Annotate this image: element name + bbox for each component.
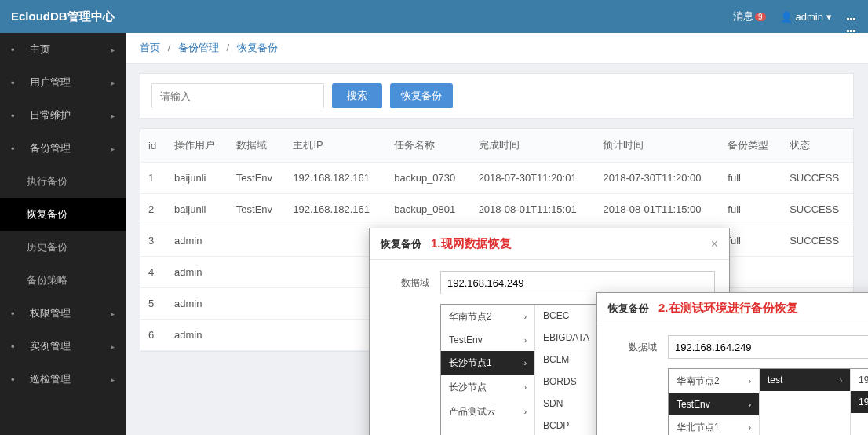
sidebar-item[interactable]: 恢复备份 xyxy=(0,198,126,231)
column-header: 完成时间 xyxy=(471,129,596,163)
table-row[interactable]: 1baijunliTestEnv192.168.182.161backup_07… xyxy=(140,163,853,194)
cell: SUCCESS xyxy=(782,225,853,257)
cell: 4 xyxy=(140,257,166,288)
cell: 6 xyxy=(140,320,166,351)
sidebar-item[interactable]: •备份管理 xyxy=(0,132,126,165)
close-icon[interactable]: × xyxy=(711,237,718,251)
domain-input[interactable] xyxy=(668,335,868,359)
table-row[interactable]: 2baijunliTestEnv192.168.182.161backup_08… xyxy=(140,194,853,225)
topbar: EcloudDB管理中心 消息9 👤 admin ▾ xyxy=(0,0,868,33)
chevron-right-icon: › xyxy=(749,400,751,409)
cell: TestEnv xyxy=(228,194,286,225)
chevron-right-icon: › xyxy=(749,423,751,432)
column-header: 操作用户 xyxy=(166,129,228,163)
cell xyxy=(228,320,286,351)
cell: 5 xyxy=(140,288,166,320)
sidebar-item-label: 备份策略 xyxy=(27,273,67,287)
toolbar: 搜索 恢复备份 xyxy=(140,73,854,119)
sidebar-item-label: 备份管理 xyxy=(30,141,71,155)
sidebar-item[interactable]: •实例管理 xyxy=(0,330,126,363)
sidebar-item[interactable]: •用户管理 xyxy=(0,66,126,99)
cell: baijunli xyxy=(166,194,228,225)
messages-badge: 9 xyxy=(755,13,766,21)
chevron-right-icon: › xyxy=(524,336,527,345)
cell: 2018-08-01T11:15:01 xyxy=(471,194,596,225)
breadcrumb-restore[interactable]: 恢复备份 xyxy=(237,42,278,53)
cell: 3 xyxy=(140,225,166,257)
main: 首页 / 备份管理 / 恢复备份 搜索 恢复备份 id操作用户数据域主机IP任务… xyxy=(126,33,868,435)
column-header: 备份类型 xyxy=(720,129,782,163)
sidebar-item[interactable]: 执行备份 xyxy=(0,165,126,198)
chevron-right-icon: › xyxy=(749,377,751,386)
cell xyxy=(228,288,286,320)
column-header: 主机IP xyxy=(285,129,386,163)
messages-link[interactable]: 消息9 xyxy=(733,9,766,24)
cascader-option[interactable]: 192.168.164.249 xyxy=(851,391,868,413)
sidebar-item[interactable]: •主页 xyxy=(0,33,126,66)
breadcrumb: 首页 / 备份管理 / 恢复备份 xyxy=(126,33,868,64)
cell: SUCCESS xyxy=(782,163,853,194)
cell: full xyxy=(720,194,782,225)
cell: 2018-08-01T11:15:00 xyxy=(595,194,720,225)
chevron-right-icon: › xyxy=(524,313,527,321)
cell xyxy=(228,257,286,288)
cell: SUCCESS xyxy=(782,194,853,225)
column-header: 状态 xyxy=(782,129,853,163)
breadcrumb-backup[interactable]: 备份管理 xyxy=(178,42,219,53)
cascader-option[interactable]: 华南节点2› xyxy=(441,305,534,329)
search-button[interactable]: 搜索 xyxy=(332,83,382,108)
sidebar-item[interactable]: 历史备份 xyxy=(0,231,126,264)
sidebar-item-label: 执行备份 xyxy=(27,174,67,188)
app-title: EcloudDB管理中心 xyxy=(11,9,115,24)
cloud-icon: • xyxy=(11,143,22,154)
modal-note: 1.现网数据恢复 xyxy=(431,236,512,251)
column-header: id xyxy=(140,129,166,163)
sidebar-item-label: 用户管理 xyxy=(30,75,71,90)
sidebar-item-label: 历史备份 xyxy=(27,240,67,254)
cell: admin xyxy=(166,225,228,257)
modal-title: 恢复备份 xyxy=(381,237,421,251)
modal-title: 恢复备份 xyxy=(608,302,649,316)
cascader-option[interactable]: 192.168.182.161 xyxy=(851,369,868,391)
sidebar-item-label: 日常维护 xyxy=(30,108,71,122)
sidebar-item-label: 实例管理 xyxy=(30,339,71,353)
user-icon: • xyxy=(11,77,22,88)
search-icon: • xyxy=(11,374,22,385)
cell: 192.168.182.161 xyxy=(285,194,386,225)
sidebar-item[interactable]: •巡检管理 xyxy=(0,363,126,396)
user-menu[interactable]: 👤 admin ▾ xyxy=(780,11,832,23)
field-label: 数据域 xyxy=(384,276,429,290)
apps-icon[interactable] xyxy=(846,11,857,22)
chevron-right-icon: › xyxy=(524,408,527,416)
sidebar-item[interactable]: •权限管理 xyxy=(0,297,126,330)
cascader-option[interactable]: 华南节点2› xyxy=(669,369,759,393)
search-input[interactable] xyxy=(151,83,324,108)
cell: 192.168.182.161 xyxy=(285,163,386,194)
column-header: 预计时间 xyxy=(595,129,720,163)
breadcrumb-home[interactable]: 首页 xyxy=(140,42,160,53)
cascader-option[interactable]: 长沙节点1› xyxy=(441,351,534,375)
cell xyxy=(228,225,286,257)
cell: TestEnv xyxy=(228,163,286,194)
chevron-right-icon: › xyxy=(840,376,842,385)
sidebar-item-label: 权限管理 xyxy=(30,306,71,320)
cascader-option[interactable]: TestEnv› xyxy=(441,329,534,351)
cell: full xyxy=(720,163,782,194)
sidebar-item[interactable]: •日常维护 xyxy=(0,99,126,132)
cell: baijunli xyxy=(166,163,228,194)
cascader-option[interactable]: 华北节点1› xyxy=(669,415,759,435)
grid-icon: • xyxy=(11,44,22,55)
cascader-option[interactable]: test› xyxy=(760,369,850,391)
cell: 2018-07-30T11:20:00 xyxy=(595,163,720,194)
sidebar-item-label: 主页 xyxy=(30,42,50,57)
domain-input[interactable] xyxy=(440,271,715,294)
cascader-option[interactable]: 长沙节点› xyxy=(441,375,534,400)
chevron-right-icon: › xyxy=(524,383,527,392)
cycle-icon: • xyxy=(11,110,22,121)
cascader-option[interactable]: 产品测试云› xyxy=(441,400,534,424)
cell: 2 xyxy=(140,194,166,225)
restore-button[interactable]: 恢复备份 xyxy=(390,83,453,108)
sidebar-item[interactable]: 备份策略 xyxy=(0,264,126,297)
cell: admin xyxy=(166,257,228,288)
cascader-option[interactable]: TestEnv› xyxy=(669,393,759,415)
